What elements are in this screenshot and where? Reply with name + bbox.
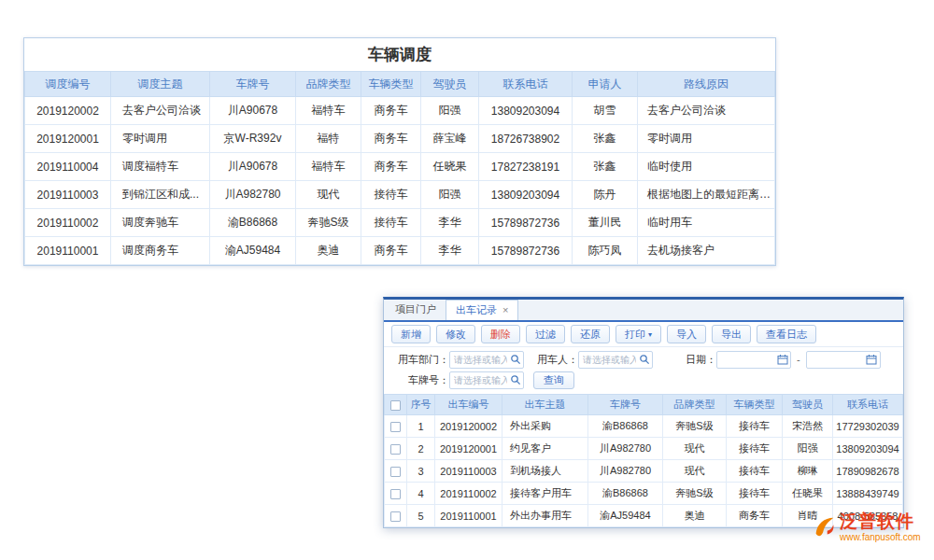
col-header-driver[interactable]: 驾驶员 [421, 72, 479, 97]
row-checkbox[interactable] [390, 467, 401, 477]
table-row[interactable]: 32019110003到机场接人川A982780现代接待车柳琳178909826… [385, 460, 903, 483]
col-header-dispatch-id[interactable]: 调度编号 [25, 72, 111, 97]
col-header-applicant[interactable]: 申请人 [573, 72, 638, 97]
edit-button[interactable]: 修改 [436, 325, 475, 343]
cell-plate[interactable]: 渝B86868 [588, 415, 663, 438]
cell-subject[interactable]: 去客户公司洽谈 [111, 97, 210, 125]
cell-plate[interactable]: 川A982780 [588, 460, 663, 483]
tab-bar: 项目门户 出车记录× [384, 300, 903, 322]
cell-subject[interactable]: 调度奔驰车 [111, 209, 210, 237]
calendar-icon[interactable] [865, 353, 879, 367]
cell-driver[interactable]: 任晓果 [783, 483, 833, 505]
cell-driver[interactable]: 任晓果 [421, 153, 479, 181]
query-button[interactable]: 查询 [533, 371, 574, 389]
cell-id[interactable]: 2019110002 [25, 209, 111, 237]
search-icon[interactable] [637, 353, 651, 367]
cell-subject[interactable]: 接待客户用车 [502, 483, 588, 505]
col-header-phone[interactable]: 联系电话 [479, 72, 573, 97]
search-icon[interactable] [508, 353, 522, 367]
col-header-reason[interactable]: 路线原因 [638, 72, 775, 97]
cell-id[interactable]: 2019110003 [435, 460, 502, 483]
cell-plate[interactable]: 京W-R392v [210, 125, 296, 153]
col-header-plate[interactable]: 车牌号 [210, 72, 296, 97]
col-header-subject[interactable]: 调度主题 [111, 72, 210, 97]
cell-driver[interactable]: 宋浩然 [783, 415, 833, 438]
select-all-checkbox[interactable] [390, 400, 401, 411]
import-button[interactable]: 导入 [667, 325, 706, 343]
cell-id[interactable]: 2019110003 [25, 181, 111, 209]
col-header-subject[interactable]: 出车主题 [502, 395, 588, 415]
col-header-brand[interactable]: 品牌类型 [296, 72, 361, 97]
cell-subject[interactable]: 到锦江区和成... [111, 181, 210, 209]
logo-site: www.fanpusoft.com [840, 532, 921, 542]
restore-button[interactable]: 还原 [571, 325, 610, 343]
cell-id[interactable]: 2019110004 [25, 153, 111, 181]
search-icon[interactable] [508, 373, 522, 387]
view-log-button[interactable]: 查看日志 [757, 325, 816, 343]
cell-driver[interactable]: 阳强 [783, 438, 833, 460]
cell-subject[interactable]: 零时调用 [111, 125, 210, 153]
cell-id[interactable]: 2019120002 [435, 415, 502, 438]
col-header-phone[interactable]: 联系电话 [833, 395, 903, 415]
cell-applicant: 董川民 [573, 209, 638, 237]
table-row[interactable]: 2019110004调度福特车川A90678福特车商务车任晓果178272381… [25, 153, 775, 181]
cell-driver[interactable]: 阳强 [421, 181, 479, 209]
table-row[interactable]: 2019120002去客户公司洽谈川A90678福特车商务车阳强13809203… [25, 97, 775, 125]
delete-button[interactable]: 删除 [481, 325, 520, 343]
cell-subject[interactable]: 调度商务车 [111, 237, 210, 265]
cell-id[interactable]: 2019120001 [25, 125, 111, 153]
table-row[interactable]: 2019110002调度奔驰车渝B86868奔驰S级接待车李华157898727… [25, 209, 775, 237]
filter-button[interactable]: 过滤 [526, 325, 565, 343]
col-header-plate[interactable]: 车牌号 [588, 395, 663, 415]
table-row[interactable]: 2019110003到锦江区和成...川A982780现代接待车阳强138092… [25, 181, 775, 209]
cell-reason: 去客户公司洽谈 [638, 97, 775, 125]
cell-plate[interactable]: 渝B86868 [210, 209, 296, 237]
col-header-vehicle-type[interactable]: 车辆类型 [361, 72, 421, 97]
row-checkbox[interactable] [390, 422, 401, 432]
cell-driver[interactable]: 李华 [421, 209, 479, 237]
cell-driver[interactable]: 李华 [421, 237, 479, 265]
cell-plate[interactable]: 川A90678 [210, 153, 296, 181]
cell-reason: 临时用车 [638, 209, 775, 237]
cell-subject[interactable]: 调度福特车 [111, 153, 210, 181]
cell-id[interactable]: 2019120001 [435, 438, 502, 460]
cell-plate[interactable]: 川A982780 [210, 181, 296, 209]
col-header-vehicle-type[interactable]: 车辆类型 [727, 395, 783, 415]
table-row[interactable]: 22019120001约见客户川A982780现代接待车阳强1380920309… [385, 438, 903, 460]
close-icon[interactable]: × [502, 304, 508, 315]
table-row[interactable]: 12019120002外出采购渝B86868奔驰S级接待车宋浩然17729302… [385, 415, 903, 438]
cell-driver[interactable]: 薛宝峰 [421, 125, 479, 153]
cell-subject[interactable]: 到机场接人 [502, 460, 588, 483]
row-checkbox[interactable] [390, 489, 401, 499]
table-row[interactable]: 42019110002接待客户用车渝B86868奔驰S级接待车任晓果138884… [385, 483, 903, 505]
cell-plate[interactable]: 渝AJ59484 [210, 237, 296, 265]
cell-num: 4 [407, 483, 435, 505]
cell-plate[interactable]: 川A90678 [210, 97, 296, 125]
cell-id[interactable]: 2019110002 [435, 483, 502, 505]
table-row[interactable]: 2019110001调度商务车渝AJ59484奥迪商务车李华1578987273… [25, 237, 775, 265]
cell-subject[interactable]: 约见客户 [502, 438, 588, 460]
cell-plate[interactable]: 川A982780 [588, 438, 663, 460]
tab-vehicle-record[interactable]: 出车记录× [446, 300, 518, 320]
print-button[interactable]: 打印 ▾ [616, 325, 661, 343]
row-checkbox[interactable] [390, 511, 401, 522]
cell-subject[interactable]: 外出采购 [502, 415, 588, 438]
calendar-icon[interactable] [775, 353, 789, 367]
cell-plate[interactable]: 渝B86868 [588, 483, 663, 505]
tab-project-portal[interactable]: 项目门户 [386, 300, 446, 320]
cell-driver[interactable]: 柳琳 [783, 460, 833, 483]
col-header-brand[interactable]: 品牌类型 [663, 395, 727, 415]
col-header-index[interactable]: 序号 [407, 395, 435, 415]
table-row[interactable]: 2019120001零时调用京W-R392v福特商务车薛宝峰1872673890… [25, 125, 775, 153]
cell-id[interactable]: 2019110001 [435, 505, 502, 527]
export-button[interactable]: 导出 [712, 325, 751, 343]
cell-subject[interactable]: 外出办事用车 [502, 505, 588, 527]
add-button[interactable]: 新增 [391, 325, 431, 343]
row-checkbox[interactable] [390, 444, 401, 455]
cell-id[interactable]: 2019120002 [25, 97, 111, 125]
col-header-driver[interactable]: 驾驶员 [783, 395, 833, 415]
cell-id[interactable]: 2019110001 [25, 237, 111, 265]
cell-driver[interactable]: 阳强 [421, 97, 479, 125]
col-header-record-id[interactable]: 出车编号 [435, 395, 502, 415]
cell-plate[interactable]: 渝AJ59484 [588, 505, 663, 527]
